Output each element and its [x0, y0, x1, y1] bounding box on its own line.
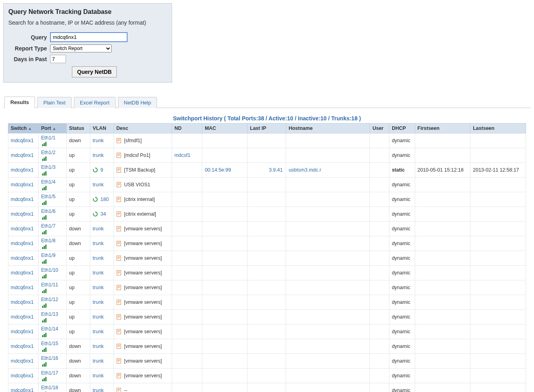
- cell-port[interactable]: Eth1/13: [39, 310, 66, 324]
- cell-vlan[interactable]: trunk: [90, 251, 114, 266]
- cell-switch[interactable]: mdcq6nx1: [8, 163, 39, 178]
- chart-icon[interactable]: [42, 318, 48, 322]
- document-icon[interactable]: [116, 373, 121, 378]
- cell-port[interactable]: Eth1/4: [39, 178, 66, 192]
- cell-port[interactable]: Eth1/8: [39, 236, 66, 251]
- document-icon[interactable]: [116, 241, 121, 246]
- cell-vlan[interactable]: trunk: [90, 310, 114, 324]
- chart-icon[interactable]: [42, 362, 48, 367]
- cell-vlan[interactable]: trunk: [90, 236, 114, 251]
- col-header-last-ip[interactable]: Last IP: [248, 124, 286, 133]
- document-icon[interactable]: [116, 344, 121, 349]
- cell-port[interactable]: Eth1/14: [39, 324, 66, 339]
- col-header-user[interactable]: User: [370, 124, 389, 133]
- col-header-port[interactable]: Port▲: [39, 124, 66, 133]
- document-icon[interactable]: [116, 299, 121, 305]
- cell-switch[interactable]: mdcq6nx1: [8, 133, 39, 148]
- cell-port[interactable]: Eth1/10: [39, 266, 66, 280]
- document-icon[interactable]: [116, 211, 121, 217]
- cell-desc[interactable]: --: [114, 383, 172, 392]
- col-header-desc[interactable]: Desc: [114, 124, 172, 133]
- cell-vlan[interactable]: trunk: [90, 133, 114, 148]
- cell-port[interactable]: Eth1/1: [39, 133, 66, 148]
- cell-port[interactable]: Eth1/16: [39, 354, 66, 369]
- cell-desc[interactable]: [mdcsf Po1]: [114, 148, 172, 163]
- cell-desc[interactable]: [citrix external]: [114, 207, 172, 222]
- chart-icon[interactable]: [42, 347, 48, 352]
- document-icon[interactable]: [116, 388, 121, 392]
- cell-switch[interactable]: mdcq6nx1: [8, 266, 39, 280]
- cell-nd[interactable]: mdcsf1: [172, 148, 202, 163]
- document-icon[interactable]: [116, 329, 121, 334]
- cell-vlan[interactable]: trunk: [90, 148, 114, 163]
- document-icon[interactable]: [116, 197, 121, 202]
- cell-switch[interactable]: mdcq6nx1: [8, 178, 39, 192]
- chart-icon[interactable]: [42, 288, 48, 293]
- tab-excel-report[interactable]: Excel Report: [74, 97, 115, 108]
- document-icon[interactable]: [116, 285, 121, 290]
- report-type-select[interactable]: Switch Report: [50, 44, 112, 52]
- cell-desc[interactable]: [citrix internal]: [114, 192, 172, 207]
- cell-desc[interactable]: [vmware servers]: [114, 222, 172, 236]
- cell-switch[interactable]: mdcq6nx1: [8, 192, 39, 207]
- col-header-vlan[interactable]: VLAN: [90, 124, 114, 133]
- cell-vlan[interactable]: trunk: [90, 354, 114, 369]
- document-icon[interactable]: [116, 167, 121, 173]
- cell-port[interactable]: Eth1/2: [39, 148, 66, 163]
- refresh-icon[interactable]: [93, 197, 98, 202]
- tab-netdb-help[interactable]: NetDB Help: [118, 97, 157, 108]
- col-header-nd[interactable]: ND: [172, 124, 202, 133]
- cell-vlan[interactable]: trunk: [90, 369, 114, 383]
- document-icon[interactable]: [116, 358, 121, 364]
- col-header-switch[interactable]: Switch▲: [8, 124, 39, 133]
- document-icon[interactable]: [116, 182, 121, 187]
- col-header-status[interactable]: Status: [66, 124, 90, 133]
- cell-vlan[interactable]: trunk: [90, 295, 114, 310]
- days-input[interactable]: [50, 55, 66, 63]
- cell-vlan[interactable]: trunk: [90, 178, 114, 192]
- cell-switch[interactable]: mdcq6nx1: [8, 369, 39, 383]
- cell-vlan[interactable]: 180: [90, 192, 114, 207]
- document-icon[interactable]: [116, 270, 121, 276]
- cell-port[interactable]: Eth1/11: [39, 280, 66, 295]
- cell-vlan[interactable]: trunk: [90, 339, 114, 354]
- cell-port[interactable]: Eth1/3: [39, 163, 66, 178]
- refresh-icon[interactable]: [93, 211, 98, 217]
- cell-port[interactable]: Eth1/12: [39, 295, 66, 310]
- cell-switch[interactable]: mdcq6nx1: [8, 354, 39, 369]
- col-header-firstseen[interactable]: Firstseen: [415, 124, 470, 133]
- chart-icon[interactable]: [42, 230, 48, 234]
- chart-icon[interactable]: [42, 156, 48, 161]
- document-icon[interactable]: [116, 138, 121, 143]
- cell-vlan[interactable]: trunk: [90, 324, 114, 339]
- cell-desc[interactable]: [vmware servers]: [114, 339, 172, 354]
- cell-desc[interactable]: [vmware servers]: [114, 251, 172, 266]
- document-icon[interactable]: [116, 255, 121, 261]
- cell-desc[interactable]: [TSM Backup]: [114, 163, 172, 178]
- col-header-lastseen[interactable]: Lastseen: [470, 124, 526, 133]
- cell-switch[interactable]: mdcq6nx1: [8, 280, 39, 295]
- tab-plain-text[interactable]: Plain Text: [37, 97, 72, 108]
- cell-desc[interactable]: [vmware servers]: [114, 280, 172, 295]
- cell-port[interactable]: Eth1/15: [39, 339, 66, 354]
- document-icon[interactable]: [116, 226, 121, 232]
- cell-port[interactable]: Eth1/17: [39, 369, 66, 383]
- cell-port[interactable]: Eth1/18: [39, 383, 66, 392]
- document-icon[interactable]: [116, 153, 121, 158]
- cell-desc[interactable]: [vmware servers]: [114, 310, 172, 324]
- col-header-hostname[interactable]: Hostname: [286, 124, 370, 133]
- cell-port[interactable]: Eth1/5: [39, 192, 66, 207]
- query-input[interactable]: [50, 32, 128, 42]
- chart-icon[interactable]: [42, 332, 48, 337]
- chart-icon[interactable]: [42, 185, 48, 190]
- chart-icon[interactable]: [42, 141, 48, 146]
- cell-switch[interactable]: mdcq6nx1: [8, 251, 39, 266]
- cell-switch[interactable]: mdcq6nx1: [8, 383, 39, 392]
- query-netdb-button[interactable]: Query NetDB: [72, 66, 117, 77]
- cell-desc[interactable]: USB VIOS1: [114, 178, 172, 192]
- cell-vlan[interactable]: trunk: [90, 266, 114, 280]
- cell-desc[interactable]: [vmware servers]: [114, 354, 172, 369]
- cell-switch[interactable]: mdcq6nx1: [8, 207, 39, 222]
- cell-port[interactable]: Eth1/9: [39, 251, 66, 266]
- chart-icon[interactable]: [42, 244, 48, 249]
